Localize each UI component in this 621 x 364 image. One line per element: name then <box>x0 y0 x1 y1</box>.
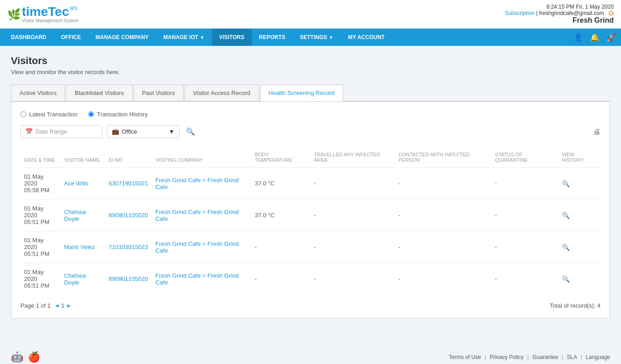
rocket-icon[interactable]: 🚀 <box>605 31 617 44</box>
footer-icons: 🤖 🍎 <box>11 351 40 363</box>
cell-travelled: - <box>310 199 395 231</box>
tabs: Active Visitors Blacklisted Visitors Pas… <box>11 85 610 101</box>
view-history-button[interactable]: 🔍 <box>562 180 570 187</box>
tab-active-visitors[interactable]: Active Visitors <box>11 85 65 101</box>
col-date-time: DATE & TIME <box>20 147 60 168</box>
cell-date-time: 01 May 202005:58 PM <box>20 168 60 199</box>
nav-office[interactable]: OFFICE <box>54 29 88 46</box>
table-row: 01 May 202005:58 PM Ace Wills 6307190150… <box>20 168 601 199</box>
logo-area: 🌿 timeTec MS Visitor Management System <box>7 5 79 23</box>
footer: 🤖 🍎 Terms of Use | Privacy Policy | Guar… <box>0 346 621 364</box>
footer-guarantee[interactable]: Guarantee <box>532 354 558 360</box>
logo-leaf-icon: 🌿 <box>7 8 21 21</box>
col-travelled-infected: TRAVELLED ANY INFECTED AREA <box>310 147 395 168</box>
cell-contacted: - <box>395 199 491 231</box>
footer-language[interactable]: Language <box>586 354 610 360</box>
cell-body-temp: - <box>251 263 310 295</box>
apple-icon[interactable]: 🍎 <box>28 351 40 363</box>
col-id-no: ID NO <box>105 147 152 168</box>
view-history-button[interactable]: 🔍 <box>562 244 570 251</box>
footer-terms[interactable]: Terms of Use <box>449 354 481 360</box>
nav-bar: DASHBOARD OFFICE MANAGE COMPANY MANAGE I… <box>0 29 621 46</box>
android-icon[interactable]: 🤖 <box>11 351 23 363</box>
tab-health-screening-record[interactable]: Health Screening Record <box>260 85 343 101</box>
nav-manage-iot[interactable]: MANAGE IOT ▼ <box>156 29 212 46</box>
office-select-icon: 💼 <box>112 128 119 135</box>
cell-visitor-name: Ace Wills <box>60 168 105 199</box>
page-title: Visitors <box>11 55 610 67</box>
cell-contacted: - <box>395 263 491 295</box>
tab-past-visitors[interactable]: Past Visitors <box>134 85 184 101</box>
nav-visitors[interactable]: VISITORS <box>212 29 252 46</box>
subscription-link[interactable]: Subscription <box>505 10 535 16</box>
cell-id-no: 710103015023 <box>105 231 152 263</box>
page-nav: ◂ 1 ▸ <box>55 302 70 309</box>
footer-privacy[interactable]: Privacy Policy <box>490 354 524 360</box>
cell-body-temp: 37.0 °C <box>251 199 310 231</box>
nav-right-icons: 👤 🔔 🚀 <box>572 31 617 44</box>
company-name: Fresh Grind <box>505 16 614 25</box>
cell-view-history: 🔍 <box>558 168 601 199</box>
tab-blacklisted-visitors[interactable]: Blacklisted Visitors <box>66 85 132 101</box>
cell-visiting-company: Fresh Grind Cafe > Fresh Grind Cafe <box>152 263 251 295</box>
view-history-button[interactable]: 🔍 <box>562 275 570 283</box>
tab-visitor-access-record[interactable]: Visitor Access Record <box>185 85 259 101</box>
print-button[interactable]: 🖨 <box>593 128 601 136</box>
nav-reports[interactable]: REPORTS <box>252 29 293 46</box>
person-icon[interactable]: 👤 <box>572 31 585 44</box>
nav-dashboard[interactable]: DASHBOARD <box>4 29 54 46</box>
cell-visiting-company: Fresh Grind Cafe > Fresh Grind Cafe <box>152 168 251 199</box>
power-icon[interactable]: ⏻ <box>608 10 614 16</box>
cell-body-temp: - <box>251 231 310 263</box>
cell-date-time: 01 May 202005:51 PM <box>20 199 60 231</box>
date-range-input[interactable]: 📅 Date Range <box>20 125 102 138</box>
table-row: 01 May 202005:51 PM Chelsea Doyle 890901… <box>20 199 601 231</box>
radio-transaction-history[interactable]: Transaction History <box>88 111 148 118</box>
bell-icon[interactable]: 🔔 <box>588 31 601 44</box>
table-container: Latest Transaction Transaction History 📅… <box>11 101 610 319</box>
cell-id-no: 890901105020 <box>105 263 152 295</box>
prev-page-button[interactable]: ◂ <box>55 302 59 309</box>
next-page-button[interactable]: ▸ <box>67 302 70 309</box>
view-history-button[interactable]: 🔍 <box>562 212 570 219</box>
col-quarantine-status: STATUS OF QUARANTINE <box>491 147 558 168</box>
nav-manage-company[interactable]: MANAGE COMPANY <box>88 29 156 46</box>
cell-quarantine: - <box>491 263 558 295</box>
logo-ms: MS <box>70 5 78 11</box>
top-header: 🌿 timeTec MS Visitor Management System 6… <box>0 0 621 29</box>
user-info: Subscription | freshgrindcafe@gmail.com … <box>505 10 614 16</box>
calendar-icon: 📅 <box>25 128 33 135</box>
nav-settings[interactable]: SETTINGS ▼ <box>293 29 341 46</box>
settings-arrow-icon: ▼ <box>329 35 334 40</box>
datetime: 6:24:15 PM Fri, 1 May 2020 <box>505 4 614 10</box>
cell-quarantine: - <box>491 199 558 231</box>
cell-visitor-name: Chelsea Doyle <box>60 199 105 231</box>
cell-id-no: 630719015021 <box>105 168 152 199</box>
top-right: 6:24:15 PM Fri, 1 May 2020 Subscription … <box>505 4 614 25</box>
cell-id-no: 890901105020 <box>105 199 152 231</box>
current-page[interactable]: 1 <box>61 302 65 309</box>
logo-subtitle: Visitor Management System <box>22 18 79 23</box>
office-select[interactable]: 💼 Office ▼ <box>107 125 180 138</box>
nav-my-account[interactable]: MY ACCOUNT <box>341 29 392 46</box>
pagination-row: Page 1 of 1 ◂ 1 ▸ Total of record(s): 4 <box>20 302 601 309</box>
cell-view-history: 🔍 <box>558 263 601 295</box>
page-info: Page 1 of 1 <box>20 302 51 309</box>
cell-visiting-company: Fresh Grind Cafe > Fresh Grind Cafe <box>152 231 251 263</box>
manage-iot-arrow-icon: ▼ <box>200 35 205 40</box>
cell-quarantine: - <box>491 168 558 199</box>
col-body-temperature: BODY TEMPERATURE <box>251 147 310 168</box>
radio-latest-transaction[interactable]: Latest Transaction <box>20 111 77 118</box>
logo-timetec: timeTec <box>22 5 69 18</box>
page-subtitle: View and monitor the visitor records her… <box>11 69 610 75</box>
filter-row: 📅 Date Range 💼 Office ▼ 🔍 🖨 <box>20 125 601 138</box>
col-visitor-name: VISITOR NAME <box>60 147 105 168</box>
cell-view-history: 🔍 <box>558 199 601 231</box>
user-email: freshgrindcafe@gmail.com <box>539 10 604 16</box>
cell-body-temp: 37.0 °C <box>251 168 310 199</box>
footer-sla[interactable]: SLA <box>567 354 577 360</box>
cell-travelled: - <box>310 263 395 295</box>
search-button[interactable]: 🔍 <box>184 125 197 138</box>
col-contacted-infected: CONTACTED WITH INFECTED PERSON <box>395 147 491 168</box>
office-dropdown-arrow-icon: ▼ <box>169 128 175 135</box>
